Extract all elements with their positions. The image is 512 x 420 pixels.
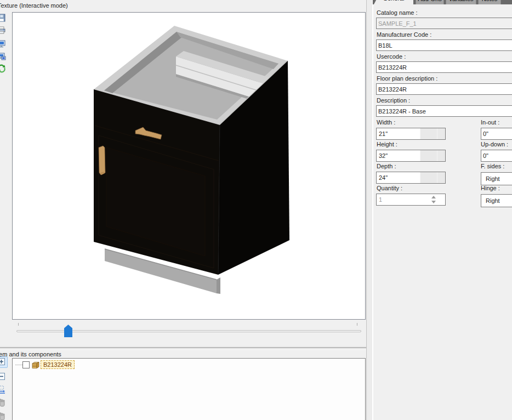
description-label: Description : <box>377 97 410 104</box>
tab-add-ons[interactable]: Add-Ons <box>416 0 444 4</box>
quantity-stepper: 1 <box>376 194 446 206</box>
manufacturer-code-label: Manufacturer Code : <box>377 31 431 38</box>
zoom-slider <box>12 321 366 346</box>
cabinet-3d-render <box>13 13 365 319</box>
tab-variables[interactable]: Variables <box>446 0 476 4</box>
hinge-select[interactable]: Right <box>481 194 512 207</box>
display-copy-icon[interactable] <box>0 52 6 61</box>
save-icon[interactable] <box>0 14 6 22</box>
catalog-name-label: Catalog name : <box>377 9 418 16</box>
general-tab-content: Catalog name : Manufacturer Code : Userc… <box>373 4 512 420</box>
properties-tabstrip: General Add-Ons Variables Notes <box>373 0 512 4</box>
spin-up-icon[interactable] <box>431 196 436 198</box>
render-viewport[interactable] <box>12 12 366 320</box>
tab-notes[interactable]: Notes <box>478 0 501 4</box>
spin-down-icon[interactable] <box>431 201 436 203</box>
usercode-label: Usercode : <box>377 53 406 60</box>
slider-tick-end <box>357 323 357 326</box>
catalog-name-input <box>376 18 512 29</box>
cabinet-icon <box>31 360 40 369</box>
components-panel-title: Item and its components <box>0 351 61 357</box>
floor-plan-description-input[interactable] <box>376 83 512 95</box>
refresh-icon[interactable] <box>0 64 6 73</box>
reorder-items-icon[interactable] <box>0 385 6 394</box>
hinge-label: Hinge : <box>481 185 500 191</box>
up-down-input[interactable] <box>481 150 512 162</box>
components-tree[interactable]: B213224R <box>12 358 366 420</box>
tree-item-label[interactable]: B213224R <box>41 360 75 369</box>
slider-tick-start <box>18 323 19 326</box>
in-out-input[interactable] <box>481 128 512 140</box>
tree-connector <box>15 365 22 365</box>
pan-hand-icon <box>0 398 6 407</box>
display-icon[interactable] <box>0 39 6 48</box>
application-window: { "window": { "width": 934, "height": 76… <box>0 0 512 420</box>
print-icon[interactable] <box>0 26 6 35</box>
depth-input[interactable]: 24" <box>376 172 446 184</box>
usercode-input[interactable] <box>376 61 512 73</box>
up-down-label: Up-down : <box>481 141 508 147</box>
vertical-splitter[interactable] <box>366 0 373 420</box>
quantity-spinner[interactable] <box>431 196 436 203</box>
tab-general[interactable]: General <box>374 0 413 4</box>
pan-hand-icon <box>0 412 6 420</box>
properties-pane: General Add-Ons Variables Notes Catalog … <box>373 0 512 420</box>
height-label: Height : <box>377 141 397 147</box>
depth-label: Depth : <box>377 163 396 169</box>
width-input[interactable]: 21" <box>376 128 446 140</box>
collapse-all-icon[interactable] <box>0 372 6 381</box>
slider-thumb[interactable] <box>64 325 72 337</box>
height-input[interactable]: 32" <box>376 150 446 162</box>
description-input[interactable] <box>376 105 512 117</box>
f-sides-select[interactable]: Right <box>481 172 512 185</box>
view-title: Texture (Interactive mode) <box>0 2 68 9</box>
in-out-label: In-out : <box>481 119 499 126</box>
width-label: Width : <box>377 119 395 126</box>
horizontal-splitter[interactable] <box>0 347 373 350</box>
manufacturer-code-input[interactable] <box>376 39 512 51</box>
expand-all-icon[interactable] <box>0 357 6 366</box>
quantity-label: Quantity : <box>377 185 402 191</box>
floor-plan-description-label: Floor plan description : <box>377 75 437 82</box>
item-checkbox[interactable] <box>22 361 30 368</box>
f-sides-label: F. sides : <box>481 163 504 169</box>
